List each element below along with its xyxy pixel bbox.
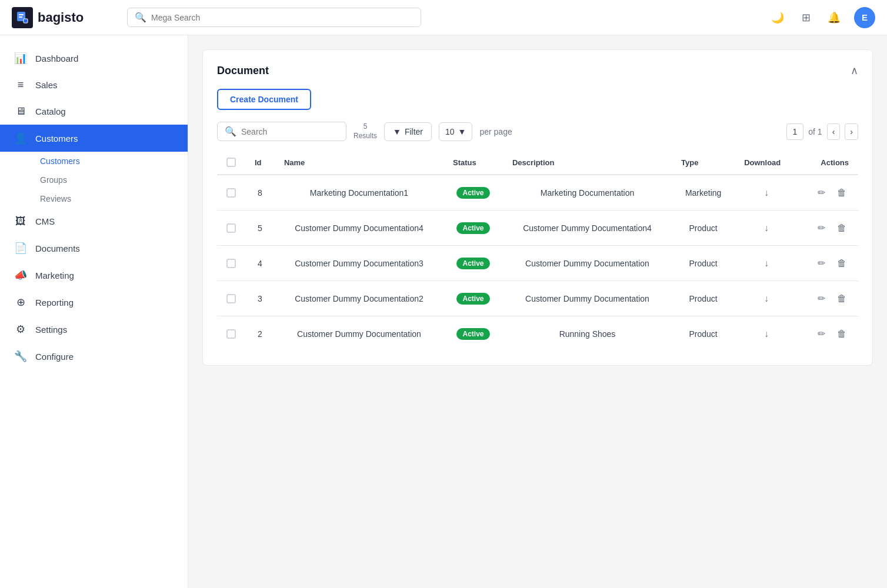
search-icon: 🔍 — [135, 12, 146, 23]
row-status: Active — [443, 246, 503, 281]
table-toolbar: 🔍 5 Results ▼ Filter 10 ▼ per page 1 — [217, 122, 858, 141]
row-type: Product — [672, 246, 735, 281]
status-badge: Active — [456, 328, 489, 340]
row-download[interactable]: ↓ — [735, 175, 798, 211]
pagination: 1 of 1 ‹ › — [786, 123, 859, 140]
cms-icon: 🖼 — [14, 215, 27, 228]
row-description: Running Shoes — [503, 316, 672, 352]
row-name: Customer Dummy Documentation — [275, 316, 443, 352]
delete-button[interactable]: 🗑 — [835, 291, 849, 306]
table-row: 3 Customer Dummy Documentation2 Active C… — [217, 281, 858, 316]
row-download[interactable]: ↓ — [735, 211, 798, 246]
row-checkbox-cell[interactable] — [217, 316, 245, 352]
mega-search-bar[interactable]: 🔍 — [127, 8, 421, 27]
user-avatar[interactable]: E — [854, 7, 875, 28]
col-actions: Actions — [798, 151, 858, 175]
theme-toggle-icon[interactable]: 🌙 — [769, 9, 786, 26]
collapse-button[interactable]: ∧ — [851, 64, 858, 77]
col-description: Description — [503, 151, 672, 175]
table-search-bar[interactable]: 🔍 — [217, 122, 346, 141]
sidebar-item-catalog[interactable]: 🖥 Catalog — [0, 98, 188, 125]
download-icon[interactable]: ↓ — [764, 188, 769, 198]
row-checkbox-cell[interactable] — [217, 211, 245, 246]
svg-rect-3 — [24, 19, 28, 23]
layout-icon[interactable]: ⊞ — [798, 9, 814, 26]
col-type: Type — [672, 151, 735, 175]
table-body: 8 Marketing Documentation1 Active Market… — [217, 175, 858, 351]
delete-button[interactable]: 🗑 — [835, 326, 849, 342]
card-header: Document ∧ — [217, 64, 858, 77]
row-checkbox[interactable] — [226, 188, 236, 198]
download-icon[interactable]: ↓ — [764, 293, 769, 303]
sidebar-item-label: Catalog — [35, 106, 66, 116]
row-actions: ✏ 🗑 — [798, 211, 858, 246]
download-icon[interactable]: ↓ — [764, 258, 769, 268]
documents-icon: 📄 — [14, 242, 27, 255]
row-download[interactable]: ↓ — [735, 281, 798, 316]
mega-search-input[interactable] — [151, 13, 414, 22]
customers-submenu: Customers Groups Reviews — [0, 152, 188, 208]
per-page-select[interactable]: 10 ▼ — [439, 122, 472, 141]
edit-button[interactable]: ✏ — [815, 185, 828, 201]
edit-button[interactable]: ✏ — [815, 220, 828, 236]
sidebar-item-label: Sales — [35, 80, 58, 90]
logo: bagisto — [12, 7, 118, 28]
reporting-icon: ⊕ — [14, 296, 27, 309]
row-checkbox[interactable] — [226, 259, 236, 268]
sidebar-item-settings[interactable]: ⚙ Settings — [0, 316, 188, 343]
edit-button[interactable]: ✏ — [815, 290, 828, 306]
prev-page-button[interactable]: ‹ — [827, 123, 841, 140]
row-checkbox-cell[interactable] — [217, 281, 245, 316]
svg-rect-1 — [19, 14, 24, 15]
sidebar-item-label: Configure — [35, 352, 74, 362]
sidebar-item-sales[interactable]: ≡ Sales — [0, 72, 188, 98]
notification-icon[interactable]: 🔔 — [826, 9, 842, 26]
row-checkbox[interactable] — [226, 329, 236, 339]
select-all-checkbox[interactable] — [226, 158, 236, 167]
create-document-button[interactable]: Create Document — [217, 89, 311, 110]
sidebar-sub-item-customers[interactable]: Customers — [33, 152, 188, 171]
sidebar-item-dashboard[interactable]: 📊 Dashboard — [0, 45, 188, 72]
select-all-cell[interactable] — [217, 151, 245, 175]
row-download[interactable]: ↓ — [735, 246, 798, 281]
sidebar-item-label: Marketing — [35, 270, 74, 280]
table-search-input[interactable] — [241, 127, 339, 136]
row-description: Marketing Documentation — [503, 175, 672, 211]
filter-icon: ▼ — [393, 127, 401, 136]
row-name: Customer Dummy Documentation4 — [275, 211, 443, 246]
download-icon[interactable]: ↓ — [764, 223, 769, 233]
row-type: Product — [672, 316, 735, 352]
col-status: Status — [443, 151, 503, 175]
edit-button[interactable]: ✏ — [815, 255, 828, 271]
sidebar-item-customers[interactable]: 👤 Customers — [0, 125, 188, 152]
topbar: bagisto 🔍 🌙 ⊞ 🔔 E — [0, 0, 887, 35]
sidebar-item-configure[interactable]: 🔧 Configure — [0, 343, 188, 370]
delete-button[interactable]: 🗑 — [835, 185, 849, 201]
results-badge: 5 Results — [354, 122, 377, 141]
delete-button[interactable]: 🗑 — [835, 256, 849, 271]
sidebar-item-reporting[interactable]: ⊕ Reporting — [0, 289, 188, 316]
next-page-button[interactable]: › — [845, 123, 858, 140]
row-checkbox-cell[interactable] — [217, 246, 245, 281]
row-name: Customer Dummy Documentation2 — [275, 281, 443, 316]
row-checkbox[interactable] — [226, 223, 236, 233]
sidebar-sub-item-groups[interactable]: Groups — [33, 171, 188, 189]
sidebar-sub-item-reviews[interactable]: Reviews — [33, 189, 188, 208]
col-id: Id — [245, 151, 275, 175]
sales-icon: ≡ — [14, 79, 27, 91]
col-download: Download — [735, 151, 798, 175]
download-icon[interactable]: ↓ — [764, 329, 769, 339]
delete-button[interactable]: 🗑 — [835, 220, 849, 236]
sidebar-item-documents[interactable]: 📄 Documents — [0, 235, 188, 262]
marketing-icon: 📣 — [14, 269, 27, 282]
table-row: 8 Marketing Documentation1 Active Market… — [217, 175, 858, 211]
sidebar-item-label: Customers — [35, 133, 78, 143]
row-checkbox[interactable] — [226, 294, 236, 303]
page-of-label: of 1 — [808, 127, 822, 136]
edit-button[interactable]: ✏ — [815, 326, 828, 342]
filter-button[interactable]: ▼ Filter — [384, 122, 432, 141]
row-download[interactable]: ↓ — [735, 316, 798, 352]
sidebar-item-cms[interactable]: 🖼 CMS — [0, 208, 188, 235]
row-checkbox-cell[interactable] — [217, 175, 245, 211]
sidebar-item-marketing[interactable]: 📣 Marketing — [0, 262, 188, 289]
